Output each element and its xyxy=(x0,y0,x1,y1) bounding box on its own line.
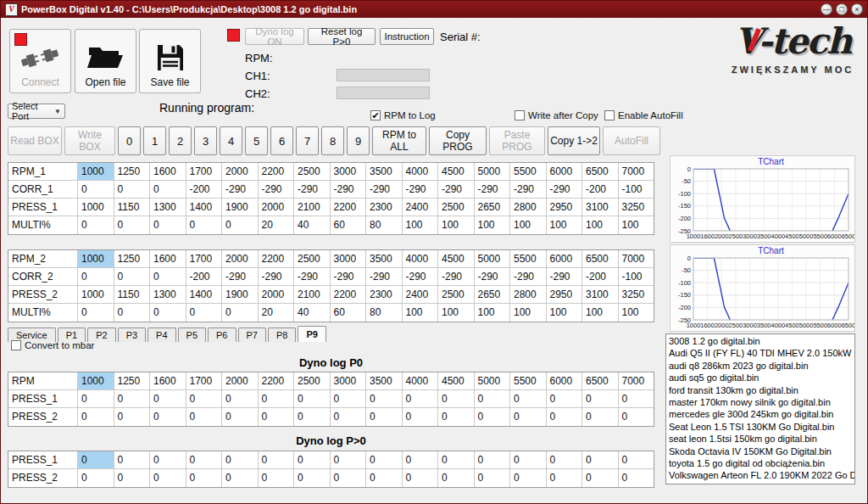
value-cell[interactable]: 0 xyxy=(78,268,114,286)
file-list-item[interactable]: Audi Q5 II (FY FL) 40 TDI MHEV 2.0 150kW… xyxy=(666,347,854,359)
file-list-item[interactable]: seat leon 1.5tsi 150km go digital.bin xyxy=(666,433,854,445)
value-cell[interactable]: 3100 xyxy=(582,199,619,216)
value-cell[interactable]: 20 xyxy=(259,216,295,234)
copy-prog-button[interactable]: Copy PROG xyxy=(429,126,487,155)
value-cell[interactable]: 100 xyxy=(510,216,547,234)
file-list-item[interactable]: audi q8 286km 2023 go digital.bin xyxy=(666,360,854,372)
save-file-button[interactable]: Save file xyxy=(139,29,201,93)
value-cell[interactable]: 0 xyxy=(582,390,619,408)
convert-to-mbar-checkbox[interactable]: Convert to mbar xyxy=(11,340,94,350)
value-cell[interactable]: 100 xyxy=(619,216,654,234)
digit-button-9[interactable]: 9 xyxy=(347,126,370,155)
value-cell[interactable]: 0 xyxy=(222,390,259,408)
autofill-button[interactable]: AutoFill xyxy=(603,126,660,155)
value-cell[interactable]: 1150 xyxy=(114,199,151,216)
value-cell[interactable]: 2500 xyxy=(438,199,475,216)
value-cell[interactable]: -290 xyxy=(331,181,367,199)
value-cell[interactable]: 0 xyxy=(366,390,403,408)
value-cell[interactable]: 0 xyxy=(78,469,114,487)
value-cell[interactable]: 1000 xyxy=(78,199,114,216)
maximize-button[interactable]: □ xyxy=(836,3,848,15)
value-cell[interactable]: 1600 xyxy=(150,372,186,390)
value-cell[interactable]: 5500 xyxy=(510,250,547,268)
value-cell[interactable]: 0 xyxy=(78,216,114,234)
value-cell[interactable]: 1250 xyxy=(114,372,151,390)
value-cell[interactable]: 100 xyxy=(438,216,475,234)
tab-p3[interactable]: P3 xyxy=(118,328,146,342)
value-cell[interactable]: -290 xyxy=(259,181,295,199)
value-cell[interactable]: 1300 xyxy=(150,286,186,304)
value-cell[interactable]: 80 xyxy=(366,304,403,322)
digit-button-8[interactable]: 8 xyxy=(321,126,344,155)
value-cell[interactable]: -290 xyxy=(294,268,331,286)
value-cell[interactable]: 0 xyxy=(366,451,403,469)
value-cell[interactable]: 100 xyxy=(547,216,583,234)
value-cell[interactable]: 0 xyxy=(619,390,654,408)
tab-p4[interactable]: P4 xyxy=(147,328,175,342)
file-list-item[interactable]: ford transit 130km go digital.bin xyxy=(666,384,854,396)
value-cell[interactable]: 1400 xyxy=(186,199,223,216)
value-cell[interactable]: -290 xyxy=(547,181,583,199)
value-cell[interactable]: 2800 xyxy=(510,286,547,304)
value-cell[interactable]: 0 xyxy=(547,390,583,408)
tab-p6[interactable]: P6 xyxy=(208,328,236,342)
value-cell[interactable]: -290 xyxy=(259,268,295,286)
value-cell[interactable]: 80 xyxy=(366,216,403,234)
file-list-item[interactable]: Skoda Octavia IV 150KM Go Digital.bin xyxy=(666,445,854,457)
value-cell[interactable]: 0 xyxy=(294,408,331,426)
value-cell[interactable]: 0 xyxy=(475,469,511,487)
value-cell[interactable]: 0 xyxy=(510,408,547,426)
dyno-log-button[interactable]: Dyno log ON xyxy=(245,28,304,45)
value-cell[interactable]: 0 xyxy=(114,181,151,199)
value-cell[interactable]: 100 xyxy=(510,304,547,322)
read-box-button[interactable]: Read BOX xyxy=(8,126,62,155)
file-list-item[interactable]: mercedes gle 300d 245km go digital.bin xyxy=(666,408,854,420)
value-cell[interactable]: -290 xyxy=(403,181,439,199)
value-cell[interactable]: 0 xyxy=(547,469,583,487)
value-cell[interactable]: 0 xyxy=(331,451,367,469)
value-cell[interactable]: 5000 xyxy=(475,163,511,181)
title-bar[interactable]: V PowerBox Digital v1.40 - C:\Users\Prod… xyxy=(1,1,867,18)
value-cell[interactable]: 3500 xyxy=(366,372,403,390)
value-cell[interactable]: 3500 xyxy=(366,163,403,181)
value-cell[interactable]: 1700 xyxy=(186,163,223,181)
value-cell[interactable]: 60 xyxy=(331,304,367,322)
file-list-item[interactable]: master 170km nowy silnik go digital.bin xyxy=(666,396,854,408)
connect-button[interactable]: Connect xyxy=(9,29,71,93)
close-button[interactable]: × xyxy=(851,3,863,15)
value-cell[interactable]: 6000 xyxy=(547,372,583,390)
value-cell[interactable]: 2200 xyxy=(259,250,295,268)
value-cell[interactable]: 4000 xyxy=(403,372,439,390)
value-cell[interactable]: 0 xyxy=(222,408,259,426)
value-cell[interactable]: 0 xyxy=(150,469,186,487)
value-cell[interactable]: 100 xyxy=(475,216,511,234)
tab-p7[interactable]: P7 xyxy=(238,328,266,342)
value-cell[interactable]: 0 xyxy=(619,469,654,487)
reset-log-button[interactable]: Reset log P>0 xyxy=(308,28,376,45)
value-cell[interactable]: 0 xyxy=(438,451,475,469)
digit-button-7[interactable]: 7 xyxy=(296,126,319,155)
value-cell[interactable]: 0 xyxy=(114,451,151,469)
value-cell[interactable]: 0 xyxy=(331,469,367,487)
value-cell[interactable]: 100 xyxy=(582,216,619,234)
value-cell[interactable]: 4500 xyxy=(438,250,475,268)
value-cell[interactable]: 2500 xyxy=(294,250,331,268)
value-cell[interactable]: 5000 xyxy=(475,372,511,390)
value-cell[interactable]: 40 xyxy=(294,304,331,322)
value-cell[interactable]: 2400 xyxy=(403,286,439,304)
value-cell[interactable]: 1700 xyxy=(186,250,223,268)
value-cell[interactable]: 2100 xyxy=(294,199,331,216)
value-cell[interactable]: 3250 xyxy=(619,286,654,304)
paste-prog-button[interactable]: Paste PROG xyxy=(489,126,545,155)
value-cell[interactable]: -290 xyxy=(366,181,403,199)
file-list-item[interactable]: audi sq5 go digital.bin xyxy=(666,372,854,384)
instruction-button[interactable]: Instruction xyxy=(380,28,434,45)
value-cell[interactable]: 6000 xyxy=(547,163,583,181)
value-cell[interactable]: 0 xyxy=(186,216,223,234)
value-cell[interactable]: 0 xyxy=(547,408,583,426)
tab-p9[interactable]: P9 xyxy=(298,326,326,342)
value-cell[interactable]: 4000 xyxy=(403,250,439,268)
value-cell[interactable]: 2200 xyxy=(331,199,367,216)
value-cell[interactable]: 100 xyxy=(582,304,619,322)
open-file-button[interactable]: Open file xyxy=(75,29,136,93)
